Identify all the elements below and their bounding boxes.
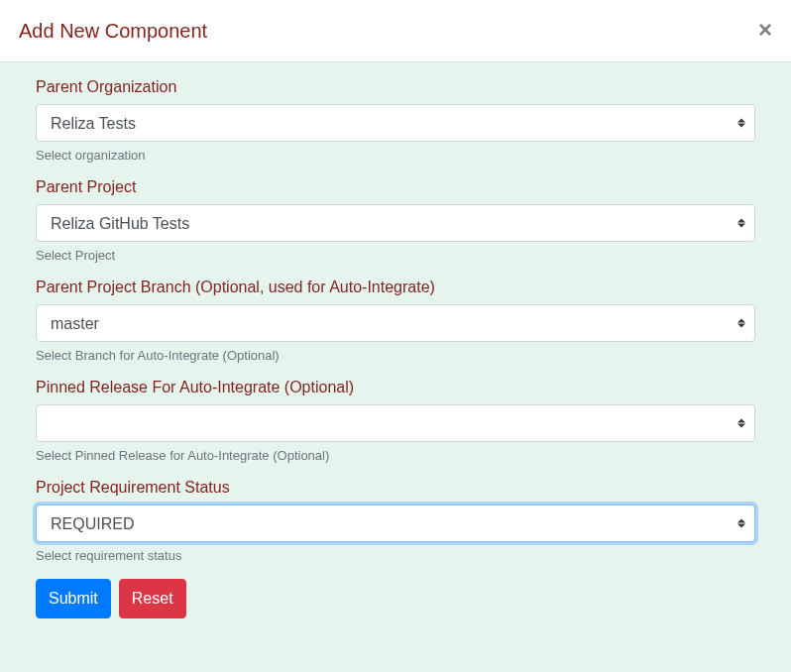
parent-branch-select-wrapper: master	[36, 304, 755, 342]
parent-branch-label: Parent Project Branch (Optional, used fo…	[36, 279, 755, 296]
submit-button[interactable]: Submit	[36, 579, 111, 618]
parent-project-label: Parent Project	[36, 178, 755, 196]
parent-organization-select[interactable]: Reliza Tests	[36, 104, 755, 142]
parent-branch-help: Select Branch for Auto-Integrate (Option…	[36, 348, 755, 363]
pinned-release-help: Select Pinned Release for Auto-Integrate…	[36, 448, 755, 463]
button-row: Submit Reset	[36, 579, 755, 618]
close-button[interactable]: ×	[758, 18, 772, 42]
parent-organization-group: Parent Organization Reliza Tests Select …	[36, 78, 755, 163]
close-icon: ×	[758, 16, 772, 43]
parent-organization-label: Parent Organization	[36, 78, 755, 96]
parent-project-select[interactable]: Reliza GitHub Tests	[36, 204, 755, 242]
reset-button[interactable]: Reset	[119, 579, 186, 618]
pinned-release-select[interactable]	[36, 404, 755, 442]
requirement-status-select-wrapper: REQUIRED	[36, 504, 755, 542]
pinned-release-group: Pinned Release For Auto-Integrate (Optio…	[36, 379, 755, 463]
parent-organization-select-wrapper: Reliza Tests	[36, 104, 755, 142]
modal-title: Add New Component	[19, 16, 207, 46]
parent-branch-select[interactable]: master	[36, 304, 755, 342]
pinned-release-label: Pinned Release For Auto-Integrate (Optio…	[36, 379, 755, 396]
pinned-release-select-wrapper	[36, 404, 755, 442]
requirement-status-group: Project Requirement Status REQUIRED Sele…	[36, 479, 755, 563]
parent-branch-group: Parent Project Branch (Optional, used fo…	[36, 279, 755, 363]
requirement-status-label: Project Requirement Status	[36, 479, 755, 497]
modal-header: Add New Component ×	[0, 0, 791, 62]
add-component-modal: Add New Component × Parent Organization …	[0, 0, 791, 672]
parent-project-help: Select Project	[36, 248, 755, 263]
modal-body: Parent Organization Reliza Tests Select …	[0, 62, 791, 672]
requirement-status-select[interactable]: REQUIRED	[36, 504, 755, 542]
parent-project-group: Parent Project Reliza GitHub Tests Selec…	[36, 178, 755, 263]
parent-organization-help: Select organization	[36, 148, 755, 163]
parent-project-select-wrapper: Reliza GitHub Tests	[36, 204, 755, 242]
requirement-status-help: Select requirement status	[36, 548, 755, 563]
